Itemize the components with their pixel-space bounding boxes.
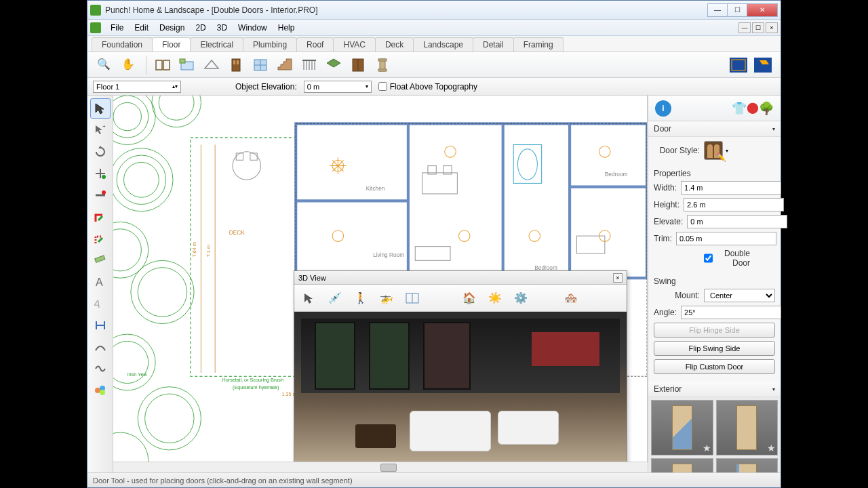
3d-walk-tool[interactable]: 🚶 (350, 288, 372, 308)
double-door-checkbox[interactable]: Double Door (704, 249, 754, 268)
tab-floor[interactable]: Floor (152, 37, 191, 52)
curve-tool[interactable] (90, 359, 111, 379)
flip-hinge-button[interactable]: Flip Hinge Side (654, 323, 775, 338)
3d-viewport[interactable] (294, 312, 627, 462)
3d-settings-tool[interactable]: ⚙️ (510, 288, 532, 308)
menu-help[interactable]: Help (273, 23, 300, 33)
minimize-button[interactable]: — (707, 3, 728, 17)
text-tool[interactable]: A (90, 272, 111, 292)
3d-select-tool[interactable] (298, 288, 320, 308)
svg-text:A: A (96, 277, 103, 288)
material-tool[interactable] (90, 380, 111, 401)
rotate-tool[interactable] (90, 142, 111, 162)
angle-input[interactable] (681, 306, 781, 319)
door-thumb-2[interactable]: ★ (716, 400, 778, 455)
cabinet-tool[interactable] (347, 55, 369, 75)
tab-foundation[interactable]: Foundation (92, 37, 153, 52)
view-2d-button[interactable] (728, 55, 749, 75)
maximize-button[interactable]: ☐ (727, 3, 747, 17)
svg-point-82 (529, 230, 540, 242)
3d-lighting-tool[interactable]: ☀️ (484, 288, 506, 308)
3d-plan-tool[interactable] (401, 288, 423, 308)
floor-plan-canvas[interactable]: DECK 7.64 m 7.1 m (113, 96, 648, 462)
move-tool[interactable] (90, 163, 111, 184)
menu-window[interactable]: Window (233, 23, 273, 33)
option-bar: Floor 1▴▾ Object Elevation: 0 m▾ Float A… (87, 78, 781, 96)
pan-tool[interactable]: ✋ (119, 55, 140, 75)
3d-view-close[interactable]: × (613, 273, 623, 283)
panel-title[interactable]: Door▾ (648, 121, 781, 137)
menu-design[interactable]: Design (154, 23, 190, 33)
break-tool[interactable] (90, 185, 111, 205)
room-tool[interactable] (176, 55, 198, 75)
flooring-tool[interactable] (323, 55, 344, 75)
floor-selector[interactable]: Floor 1▴▾ (93, 81, 181, 93)
railing-tool[interactable] (298, 55, 320, 75)
tabbar: Foundation Floor Electrical Plumbing Roo… (87, 36, 781, 52)
flip-swing-button[interactable]: Flip Swing Side (654, 341, 775, 356)
column-tool[interactable] (372, 55, 393, 75)
3d-house-tool[interactable]: 🏠 (458, 288, 480, 308)
select-plus-tool[interactable]: + (90, 120, 111, 140)
close-button[interactable]: ✕ (747, 3, 778, 17)
3d-eyedropper-tool[interactable]: 💉 (324, 288, 346, 308)
tab-electrical[interactable]: Electrical (190, 37, 243, 52)
height-input[interactable] (684, 198, 784, 211)
stairs-tool[interactable] (274, 55, 296, 75)
mdi-close[interactable]: × (766, 22, 778, 33)
tab-roof[interactable]: Roof (296, 37, 334, 52)
corner-out-tool[interactable] (90, 228, 111, 249)
svg-point-36 (95, 388, 100, 393)
floor-tool[interactable] (201, 55, 222, 75)
3d-render-tool[interactable]: 🏘️ (560, 288, 582, 308)
tab-detail[interactable]: Detail (473, 37, 514, 52)
exterior-section[interactable]: Exterior▾ (648, 382, 781, 397)
mdi-restore[interactable]: ☐ (752, 22, 764, 33)
measure-tool[interactable] (90, 250, 111, 270)
menubar: File Edit Design 2D 3D Window Help — ☐ × (87, 20, 781, 36)
toolbar: 🔍 ✋ (87, 52, 781, 78)
zoom-tool[interactable]: 🔍 (94, 55, 116, 75)
door-thumb-1[interactable]: ★ (651, 400, 713, 455)
tab-framing[interactable]: Framing (513, 37, 564, 52)
door-tool[interactable] (225, 55, 247, 75)
line-tool[interactable] (90, 337, 111, 357)
select-tool[interactable] (90, 98, 111, 119)
menu-2d[interactable]: 2D (190, 23, 211, 33)
trim-input[interactable] (676, 232, 776, 245)
door-thumb-3[interactable]: ★ (651, 458, 713, 472)
3d-fly-tool[interactable]: 🚁 (376, 288, 397, 308)
svg-rect-73 (236, 153, 243, 160)
elevate-input[interactable] (687, 215, 787, 228)
width-input[interactable] (681, 181, 781, 195)
tab-landscape[interactable]: Landscape (413, 37, 473, 52)
3d-view-window[interactable]: 3D View × 💉 🚶 🚁 🏠 ☀️ ⚙️ 🏘 (294, 270, 627, 462)
3d-view-titlebar[interactable]: 3D View × (294, 271, 627, 285)
svg-point-48 (113, 229, 141, 271)
view-3d-button[interactable] (752, 55, 774, 75)
wall-tool[interactable] (152, 55, 174, 75)
dimension-tool[interactable] (90, 315, 111, 336)
mdi-minimize[interactable]: — (738, 22, 751, 33)
menu-3d[interactable]: 3D (212, 23, 233, 33)
horizontal-scrollbar[interactable] (113, 462, 648, 472)
info-icon[interactable]: i (655, 100, 671, 117)
flip-custom-button[interactable]: Flip Custom Door (654, 359, 775, 374)
tab-hvac[interactable]: HVAC (333, 37, 375, 52)
svg-text:(Equisetum hyemale): (Equisetum hyemale) (233, 384, 279, 390)
tab-plumbing[interactable]: Plumbing (243, 37, 297, 52)
svg-text:DECK: DECK (229, 230, 245, 236)
corner-in-tool[interactable] (90, 207, 111, 227)
mount-select[interactable]: Center (704, 289, 775, 302)
text-3d-tool[interactable]: A (90, 293, 111, 314)
menu-file[interactable]: File (105, 23, 129, 33)
menu-edit[interactable]: Edit (129, 23, 154, 33)
svg-rect-5 (233, 60, 235, 64)
tab-deck[interactable]: Deck (375, 37, 414, 52)
float-checkbox[interactable]: Float Above Topography (378, 82, 477, 92)
door-thumb-4[interactable]: ★ (716, 458, 778, 472)
window-tool[interactable] (250, 55, 271, 75)
elevation-input[interactable]: 0 m▾ (304, 81, 372, 93)
swing-heading: Swing (648, 275, 781, 287)
door-style-thumb[interactable]: ✏️ (704, 141, 723, 160)
